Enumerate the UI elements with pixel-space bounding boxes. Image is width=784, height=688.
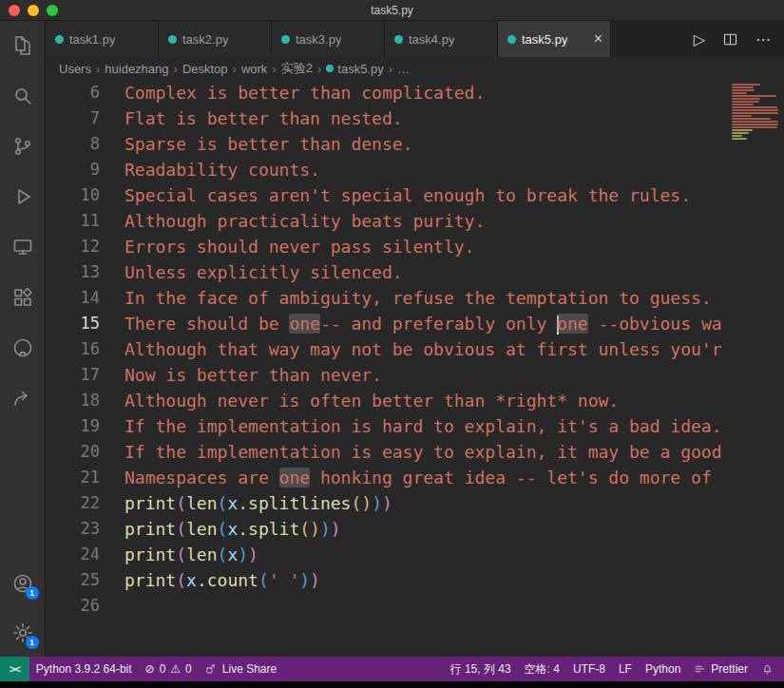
editor-line-16[interactable]: 16Although that way may not be obvious a… [46,336,784,362]
line-number: 23 [46,516,100,542]
cursor-position[interactable]: 行 15, 列 43 [444,657,518,681]
editor-line-10[interactable]: 10Special cases aren't special enough to… [46,182,784,208]
editor-line-9[interactable]: 9Readability counts. [46,157,784,182]
breadcrumb-item-实验2[interactable]: 实验2 [281,60,313,77]
activity-bar: 1 1 [0,21,46,657]
live-share-button[interactable]: Live Share [199,657,283,681]
editor-line-6[interactable]: 6Complex is better than complicated. [46,80,784,105]
line-number: 24 [46,542,100,567]
sidebar-item-extensions[interactable] [10,285,35,310]
token: ( [176,493,186,513]
token: ) [372,493,382,513]
tab-task1.py[interactable]: task1.py [46,21,159,57]
sidebar-item-search[interactable] [10,84,35,108]
sidebar-item-explorer[interactable] [10,33,35,58]
line-content: If the implementation is easy to explain… [100,439,722,465]
split-editor-button[interactable] [722,31,738,48]
breadcrumb-item-work[interactable]: work [241,62,267,76]
token: print [124,545,176,564]
token: len [186,545,218,564]
breadcrumb-item-Desktop[interactable]: Desktop [182,62,228,76]
token: Complex is better than complicated. [124,83,485,103]
token: There should be [124,314,289,334]
editor-lines: 6Complex is better than complicated.7Fla… [46,80,784,619]
token: . [197,570,207,590]
sidebar-item-live-share[interactable] [10,386,35,411]
token: ) [299,570,310,590]
line-number: 10 [46,182,100,208]
run-button[interactable]: ▷ [694,30,705,48]
word-highlight: one [279,468,311,487]
close-tab-icon[interactable]: × [588,30,602,48]
editor-line-13[interactable]: 13Unless explicitly silenced. [46,259,784,285]
close-window-button[interactable] [9,5,20,16]
sidebar-item-source-control[interactable] [10,134,35,159]
tab-task5.py[interactable]: task5.py× [498,21,611,57]
token: Special cases aren't special enough to b… [124,185,691,205]
minimap-line [732,84,760,86]
editor-line-23[interactable]: 23print(len(x.split())) [46,516,784,542]
token: Flat is better than nested. [124,108,403,128]
line-content: print(len(x.splitlines())) [100,490,392,516]
line-number: 8 [46,131,100,157]
editor-line-14[interactable]: 14In the face of ambiguity, refuse the t… [46,285,784,311]
breadcrumb-item-Users[interactable]: Users [59,62,91,76]
sidebar-item-run-debug[interactable] [10,184,35,209]
remote-indicator[interactable]: >< [0,657,29,681]
editor-line-18[interactable]: 18Although never is often better than *r… [46,388,784,413]
settings-badge: 1 [26,636,39,649]
notifications-button[interactable] [755,657,780,681]
token: Namespaces are [124,468,279,487]
python-file-icon [507,35,516,44]
editor-line-17[interactable]: 17Now is better than never. [46,362,784,388]
editor-line-25[interactable]: 25print(x.count(' ')) [46,567,784,593]
encoding[interactable]: UTF-8 [566,657,612,681]
tab-task2.py[interactable]: task2.py [159,21,272,57]
breadcrumb-item-huidezhang[interactable]: huidezhang [105,62,168,76]
python-file-icon [394,35,403,44]
token: ) [320,519,331,539]
editor-line-12[interactable]: 12Errors should never pass silently. [46,234,784,259]
editor-line-26[interactable]: 26 [46,593,784,619]
editor-line-11[interactable]: 11Although practicality beats purity. [46,208,784,234]
accounts-button[interactable]: 1 [10,571,35,596]
remote-explorer-icon [11,236,34,258]
editor-line-22[interactable]: 22print(len(x.splitlines())) [46,490,784,516]
error-icon: ⊘ [145,662,155,676]
editor-line-15[interactable]: 15There should be one-- and preferably o… [46,311,784,336]
explorer-icon [11,34,34,57]
sidebar-item-github[interactable] [10,335,35,360]
minimap[interactable] [727,82,784,657]
fullscreen-window-button[interactable] [47,5,58,16]
tab-label: task5.py [522,32,567,47]
problems-indicator[interactable]: ⊘ 0 ⚠ 0 [139,657,199,681]
editor-line-24[interactable]: 24print(len(x)) [46,542,784,567]
language-mode[interactable]: Python [639,657,687,681]
settings-button[interactable]: 1 [10,621,35,645]
line-content [100,593,124,619]
tab-task3.py[interactable]: task3.py [272,21,385,57]
line-content: Special cases aren't special enough to b… [100,182,691,208]
line-number: 9 [46,157,100,182]
formatter-status[interactable]: Prettier [687,657,755,681]
more-actions-button[interactable]: ⋯ [755,30,771,48]
python-interpreter[interactable]: Python 3.9.2 64-bit [29,657,139,681]
indentation[interactable]: 空格: 4 [518,657,566,681]
tab-label: task4.py [409,32,454,47]
bell-icon [761,663,774,676]
tab-task4.py[interactable]: task4.py [385,21,498,57]
breadcrumb-item-task5.py[interactable]: task5.py [326,62,383,76]
minimap-line [732,126,777,128]
editor-line-7[interactable]: 7Flat is better than nested. [46,105,784,131]
breadcrumb-item-…[interactable]: … [397,62,410,76]
editor-line-19[interactable]: 19If the implementation is hard to expla… [46,413,784,439]
editor-line-21[interactable]: 21Namespaces are one honking great idea … [46,465,784,490]
editor-line-20[interactable]: 20If the implementation is easy to expla… [46,439,784,465]
editor-line-8[interactable]: 8Sparse is better than dense. [46,131,784,157]
eol-selector[interactable]: LF [612,657,639,681]
sidebar-item-remote-explorer[interactable] [10,235,35,259]
token: ) [310,519,320,539]
minimize-window-button[interactable] [28,5,39,16]
window-title: task5.py [0,4,784,17]
editor[interactable]: 6Complex is better than complicated.7Fla… [46,80,784,657]
